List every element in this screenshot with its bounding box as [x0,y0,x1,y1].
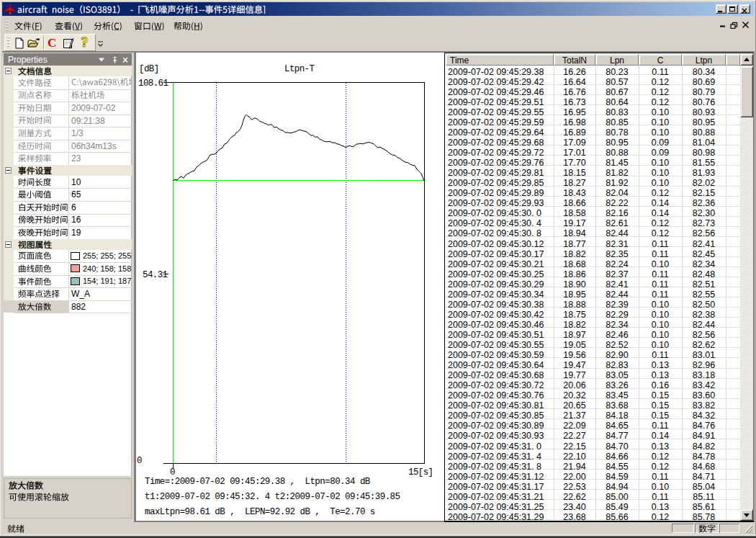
svg-text:?: ? [81,36,89,50]
